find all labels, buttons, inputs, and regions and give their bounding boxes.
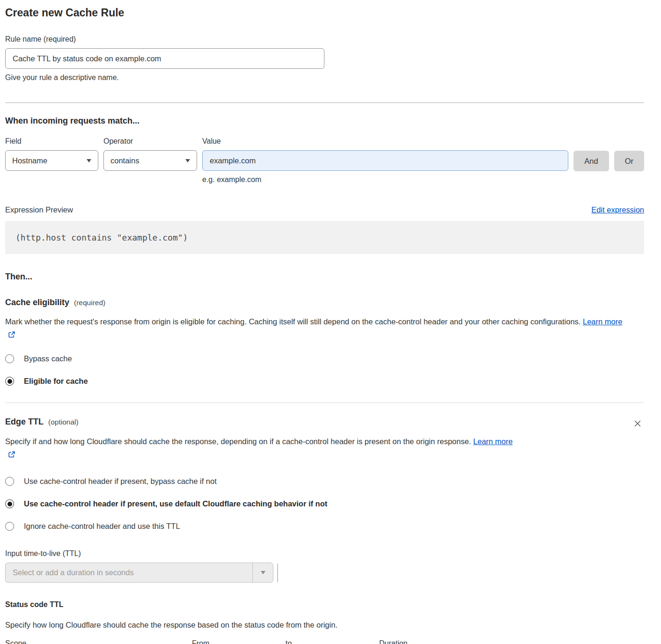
match-condition-row: Field Hostname Operator contains Value e… (5, 137, 644, 184)
radio-label: Use cache-control header if present, use… (24, 499, 327, 508)
edge-ttl-heading: Edge TTL(optional) (5, 417, 79, 427)
rule-name-help: Give your rule a descriptive name. (5, 73, 644, 82)
field-select-value: Hostname (12, 156, 47, 165)
value-input[interactable] (202, 150, 568, 171)
radio-label: Use cache-control header if present, byp… (24, 477, 217, 486)
chevron-down-icon (261, 571, 265, 574)
rule-name-label: Rule name (required) (5, 35, 644, 44)
status-code-ttl-heading: Status code TTL (5, 600, 644, 609)
radio-option-eligible-for-cache[interactable]: Eligible for cache (5, 377, 644, 386)
close-icon (633, 423, 642, 430)
create-cache-rule-form: Create new Cache Rule Rule name (require… (0, 0, 661, 644)
radio-label: Eligible for cache (24, 377, 88, 386)
value-help: e.g. example.com (202, 176, 568, 184)
rule-name-input[interactable] (5, 48, 324, 69)
operator-select[interactable]: contains (103, 150, 197, 171)
radio-option-ignore-header[interactable]: Ignore cache-control header and use this… (5, 522, 644, 531)
radio-icon-selected[interactable] (5, 499, 14, 508)
ttl-duration-select[interactable]: Select or add a duration in seconds (5, 563, 273, 583)
ttl-input-label: Input time-to-live (TTL) (5, 549, 644, 558)
operator-select-value: contains (110, 156, 139, 165)
operator-label: Operator (103, 137, 197, 146)
external-link-icon (8, 329, 15, 342)
cache-eligibility-options: Bypass cache Eligible for cache (5, 354, 644, 386)
scope-label: Scope (5, 639, 183, 644)
then-heading: Then... (5, 272, 644, 282)
external-link-icon (8, 449, 15, 462)
expression-preview-label: Expression Preview (5, 205, 73, 214)
from-label: From (192, 639, 276, 644)
required-note: (required) (74, 299, 105, 307)
radio-icon[interactable] (5, 477, 14, 486)
expression-preview-code: (http.host contains "example.com") (5, 221, 644, 254)
cache-eligibility-heading: Cache eligibility(required) (5, 298, 644, 307)
focus-indicator (277, 564, 278, 582)
radio-icon[interactable] (5, 522, 14, 531)
cache-eligibility-learn-more-link[interactable]: Learn more (583, 317, 622, 326)
chevron-down-icon (87, 159, 91, 162)
edit-expression-link[interactable]: Edit expression (591, 205, 644, 214)
radio-icon-selected[interactable] (5, 377, 14, 386)
radio-label: Bypass cache (24, 354, 72, 363)
status-code-ttl-description: Specify how long Cloudflare should cache… (5, 618, 644, 631)
radio-label: Ignore cache-control header and use this… (24, 522, 180, 531)
edge-ttl-description: Specify if and how long Cloudflare shoul… (5, 435, 522, 462)
radio-option-bypass-cache[interactable]: Bypass cache (5, 354, 644, 363)
radio-option-use-header-bypass[interactable]: Use cache-control header if present, byp… (5, 477, 644, 486)
ttl-duration-placeholder: Select or add a duration in seconds (6, 563, 252, 582)
ttl-duration-dropdown-button[interactable] (252, 563, 273, 582)
status-code-ttl-row: Scope Range From 200 to 599 Duration 1 d… (5, 639, 644, 644)
radio-icon[interactable] (5, 354, 14, 363)
edge-ttl-options: Use cache-control header if present, byp… (5, 477, 644, 531)
match-heading: When incoming requests match... (5, 116, 644, 126)
page-title: Create new Cache Rule (5, 7, 644, 19)
to-label: to (286, 639, 370, 644)
value-label: Value (202, 137, 568, 146)
section-divider (5, 402, 644, 403)
optional-note: (optional) (48, 418, 79, 426)
and-button[interactable]: And (573, 151, 609, 171)
radio-option-use-header-default[interactable]: Use cache-control header if present, use… (5, 499, 644, 508)
cache-eligibility-description: Mark whether the request's response from… (5, 315, 631, 342)
close-edge-ttl-button[interactable] (631, 417, 644, 430)
duration-label: Duration (379, 639, 556, 644)
section-divider (5, 102, 644, 103)
chevron-down-icon (185, 159, 190, 162)
or-button[interactable]: Or (614, 151, 644, 171)
field-label: Field (5, 137, 98, 146)
field-select[interactable]: Hostname (5, 150, 98, 171)
edge-ttl-learn-more-link[interactable]: Learn more (473, 437, 513, 446)
